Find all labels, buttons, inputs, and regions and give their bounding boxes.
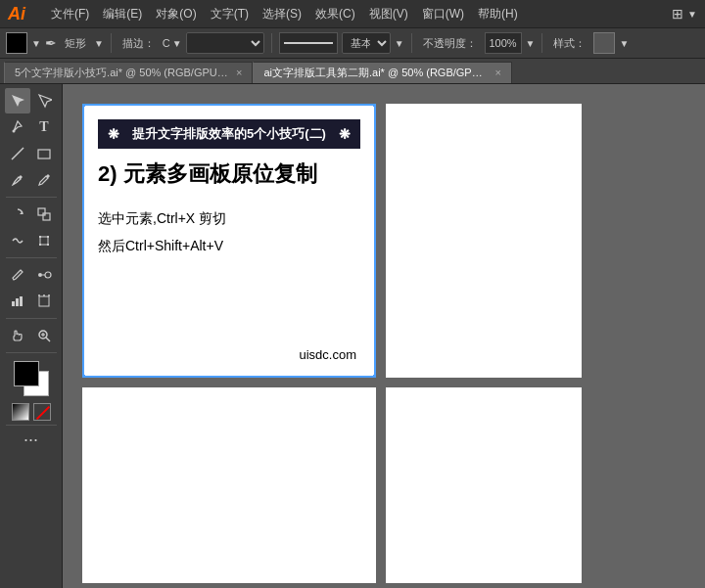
stroke-dropdown[interactable] [186,32,264,54]
foreground-color-swatch[interactable] [14,361,39,386]
canvas-area[interactable]: ❋ 提升文字排版效率的5个小技巧(二) ❋ 2) 元素多画板原位复制 选中元素,… [63,84,705,588]
stroke-style-chevron[interactable]: ▼ [395,38,404,49]
tool-row-2: T [5,114,57,140]
style-label: 样式： [549,34,589,53]
grid-icon[interactable]: ⊞ [672,6,683,22]
tab-1-close[interactable]: × [236,68,242,78]
more-tools-btn[interactable]: ··· [24,430,38,450]
artboard-tool[interactable] [31,289,57,314]
watermark: uisdc.com [299,347,356,362]
direct-selection-tool[interactable] [31,88,57,113]
svg-rect-4 [38,208,45,215]
artboard-2 [386,104,582,378]
chevron-icon[interactable]: ▼ [687,9,697,20]
pen-tool[interactable] [5,114,30,140]
color-swatches [14,361,49,396]
stroke-chevron[interactable]: ▼ [172,38,182,49]
selection-tool[interactable] [5,88,30,113]
opacity-input[interactable] [485,32,522,54]
blend-tool[interactable] [31,262,57,288]
resize-handle-br[interactable] [373,375,376,378]
paintbrush-tool[interactable] [5,167,30,193]
tool-separator-3 [6,318,57,319]
tab-2[interactable]: ai文字排版工具第二期.ai* @ 50% (RGB/GPU 规范) × [253,62,511,83]
shape-tool[interactable] [31,141,57,166]
banner-icon-left: ❋ [108,126,119,142]
tab-1[interactable]: 5个文字排版小技巧.ai* @ 50% (RGB/GPU 预览) × [4,62,253,83]
svg-line-22 [46,338,50,341]
scale-tool[interactable] [31,202,57,227]
line-tool[interactable] [5,141,30,166]
menu-select[interactable]: 选择(S) [257,4,307,24]
toolbar: ▼ ✒ 矩形 ▼ 描边： C ▼ 基本 ▼ 不透明度： ▼ 样式： ▼ [0,27,705,59]
banner-title: 提升文字排版效率的5个小技巧(二) [132,125,326,143]
menu-effect[interactable]: 效果(C) [309,4,361,24]
opacity-label: 不透明度： [419,34,481,53]
svg-rect-2 [38,150,50,158]
chevron-swatch[interactable]: ▼ [31,38,41,49]
menu-help[interactable]: 帮助(H) [472,4,524,24]
main-area: T [0,84,705,588]
tool-separator-5 [6,425,57,426]
opacity-chevron[interactable]: ▼ [526,38,536,49]
fill-controls [12,403,51,421]
tool-separator-2 [6,257,57,258]
artboard-content: ❋ 提升文字排版效率的5个小技巧(二) ❋ 2) 元素多画板原位复制 选中元素,… [82,104,376,275]
stroke-style-dropdown[interactable]: 基本 [342,32,391,54]
shape-chevron[interactable]: ▼ [94,38,104,49]
warp-tool[interactable] [5,228,30,253]
resize-handle-bl[interactable] [82,375,85,378]
artboards-grid: ❋ 提升文字排版效率的5个小技巧(二) ❋ 2) 元素多画板原位复制 选中元素,… [82,104,582,583]
shape-label[interactable]: 矩形 [61,34,90,53]
menu-object[interactable]: 对象(O) [150,4,202,24]
hand-tool[interactable] [5,323,30,348]
graph-tool[interactable] [5,289,30,314]
svg-rect-8 [47,236,49,238]
none-fill-btn[interactable] [33,403,51,421]
tool-separator-4 [6,352,57,353]
svg-rect-7 [39,236,41,238]
stroke-preview[interactable] [279,32,338,54]
resize-handle-tr[interactable] [373,104,376,107]
title-bar-right: ⊞ ▼ [672,6,697,22]
eyedropper-tool[interactable] [5,262,30,288]
type-tool[interactable]: T [31,114,57,140]
main-title: 2) 元素多画板原位复制 [98,160,360,189]
tool-row-9 [5,323,57,348]
menu-file[interactable]: 文件(F) [45,4,95,24]
resize-handle-tl[interactable] [82,104,85,107]
toolbox: T [0,84,63,588]
svg-rect-9 [39,244,41,246]
tabs-bar: 5个文字排版小技巧.ai* @ 50% (RGB/GPU 预览) × ai文字排… [0,59,705,84]
toolbar-separator-3 [411,33,412,53]
style-swatch[interactable] [593,32,615,54]
menu-window[interactable]: 窗口(W) [416,4,470,24]
rotate-tool[interactable] [5,202,30,227]
style-chevron[interactable]: ▼ [619,38,629,49]
shape-color-swatch[interactable] [6,32,27,54]
swatch-container [14,361,49,396]
gradient-btn[interactable] [12,403,29,421]
pencil-tool[interactable] [31,167,57,193]
tool-row-6 [5,228,57,253]
stroke-line [284,42,333,44]
free-transform-tool[interactable] [31,228,57,253]
menu-view[interactable]: 视图(V) [363,4,414,24]
toolbar-separator-1 [111,33,112,53]
toolbar-separator-4 [541,33,542,53]
banner-icon-right: ❋ [339,126,351,142]
stroke-control[interactable]: C ▼ [163,37,182,49]
cursor-icon[interactable]: ✒ [45,35,57,51]
svg-point-12 [45,272,51,278]
tool-row-7 [5,262,57,288]
menu-type[interactable]: 文字(T) [205,4,255,24]
svg-point-0 [13,130,16,133]
zoom-tool[interactable] [31,323,57,348]
menu-edit[interactable]: 编辑(E) [97,4,148,24]
tool-row-8 [5,289,57,314]
svg-rect-15 [16,298,19,306]
artboard-4 [386,387,582,583]
svg-rect-14 [12,301,15,306]
tab-2-close[interactable]: × [494,68,500,78]
body-text-2: 然后Ctrl+Shift+Alt+V [98,232,360,259]
